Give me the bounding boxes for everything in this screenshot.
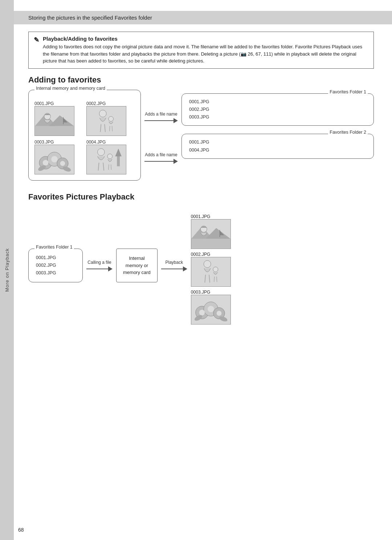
fav-folder-1-label: Favorites Folder 1: [328, 89, 368, 94]
svg-point-43: [213, 267, 218, 272]
playback-thumb-1: [191, 219, 231, 249]
fav-folder-2-label: Favorites Folder 2: [328, 130, 368, 135]
svg-rect-23: [87, 145, 126, 174]
favorites-folder-2: Favorites Folder 2 0001.JPG 0004.JPG: [181, 134, 374, 159]
svg-rect-1: [35, 126, 74, 135]
svg-point-52: [217, 311, 222, 316]
photo-filename: 0001.JPG: [34, 101, 54, 106]
header-title: Storing the pictures in the specified Fa…: [28, 15, 152, 21]
playback-source-label: Favorites Folder 1: [34, 245, 74, 250]
playback-middle-label: Internalmemory ormemory card: [123, 255, 151, 275]
svg-point-11: [109, 116, 114, 121]
photo-filename: 0004.JPG: [86, 140, 106, 145]
list-item: 0003.JPG: [34, 140, 83, 174]
svg-rect-30: [117, 156, 120, 166]
result-filename-1: 0001.JPG: [191, 214, 210, 219]
photo-thumb: [34, 106, 74, 136]
photo-filename: 0002.JPG: [86, 101, 106, 106]
calling-label: Calling a file: [87, 260, 111, 265]
svg-line-44: [214, 277, 215, 282]
arrow-2: [144, 159, 178, 164]
header-banner: Storing the pictures in the specified Fa…: [14, 11, 392, 24]
page-number: 68: [18, 527, 24, 533]
sidebar-label: More on Playback: [4, 248, 10, 292]
playback-thumb-2: [191, 257, 231, 287]
svg-line-29: [111, 164, 111, 170]
list-item: 0001.JPG: [189, 138, 366, 146]
note-icon: ✎: [34, 36, 39, 44]
sidebar: More on Playback: [0, 0, 14, 540]
middle-arrows: Adds a file name Adds a file name: [141, 90, 181, 186]
favorites-folder-1: Favorites Folder 1 0001.JPG 0002.JPG 000…: [181, 93, 374, 126]
playback-thumb-3: [191, 295, 231, 325]
arrow-group-2: Adds a file name: [144, 152, 178, 164]
note-body: Adding to favorites does not copy the or…: [43, 43, 368, 65]
list-item: 0003.JPG: [36, 269, 75, 277]
playback-arrow-1-group: Calling a file: [83, 256, 116, 275]
note-content: Playback/Adding to favorites Adding to f…: [43, 36, 368, 65]
playback-arrow-1: [86, 266, 113, 271]
photo-thumb: [86, 145, 126, 174]
svg-rect-39: [191, 257, 230, 286]
list-item: 0001.JPG: [191, 214, 231, 249]
list-item: 0001.JPG: [189, 98, 366, 106]
playback-source-box: Favorites Folder 1 0001.JPG 0002.JPG 000…: [28, 249, 83, 283]
source-box-label: Internal memory and memory card: [34, 86, 107, 91]
list-item: 0004.JPG: [86, 140, 135, 174]
list-item: 0003.JPG: [191, 290, 231, 325]
list-item: 0002.JPG: [191, 252, 231, 287]
playback-source-files: 0001.JPG 0002.JPG 0003.JPG: [36, 254, 75, 277]
right-folders: Favorites Folder 1 0001.JPG 0002.JPG 000…: [181, 90, 374, 159]
svg-point-40: [204, 261, 211, 268]
photo-thumb: [86, 106, 126, 136]
photo-grid: 0001.JPG: [34, 101, 135, 174]
playback-arrow-2: [161, 266, 187, 271]
arrow-1: [144, 118, 178, 123]
playback-title: Favorites Pictures Playback: [28, 192, 374, 202]
list-item: 0002.JPG: [189, 106, 366, 113]
svg-line-13: [112, 126, 113, 131]
adding-title: Adding to favorites: [28, 75, 374, 85]
result-filename-2: 0002.JPG: [191, 252, 210, 257]
list-item: 0003.JPG: [189, 113, 366, 121]
playback-results: 0001.JPG: [191, 207, 231, 325]
svg-point-24: [98, 148, 105, 156]
photo-filename: 0003.JPG: [34, 140, 54, 145]
list-item: 0001.JPG: [34, 101, 83, 136]
main-content: Storing the pictures in the specified Fa…: [14, 0, 392, 540]
svg-rect-33: [191, 239, 230, 249]
fav-folder-1-files: 0001.JPG 0002.JPG 0003.JPG: [189, 98, 366, 121]
result-filename-3: 0003.JPG: [191, 290, 210, 295]
svg-rect-7: [87, 106, 126, 136]
list-item: 0002.JPG: [36, 262, 75, 269]
list-item: 0004.JPG: [189, 146, 366, 154]
svg-line-28: [109, 164, 109, 170]
svg-point-51: [208, 306, 214, 313]
arrow-label-1: Adds a file name: [145, 112, 177, 117]
playback-middle-box: Internalmemory ormemory card: [116, 249, 158, 282]
svg-point-50: [199, 310, 205, 315]
svg-point-8: [99, 110, 106, 117]
photo-thumb: [34, 145, 74, 174]
fav-folder-2-files: 0001.JPG 0004.JPG: [189, 138, 366, 154]
playback-label: Playback: [166, 260, 183, 265]
note-box: ✎ Playback/Adding to favorites Adding to…: [28, 32, 374, 69]
svg-point-20: [60, 161, 65, 166]
svg-line-45: [217, 277, 217, 282]
svg-point-27: [107, 154, 113, 159]
arrow-label-2: Adds a file name: [145, 152, 177, 157]
note-title: Playback/Adding to favorites: [43, 36, 368, 42]
source-box: Internal memory and memory card 0001.JPG: [28, 90, 141, 181]
list-item: 0002.JPG: [86, 101, 135, 136]
svg-line-12: [110, 126, 110, 131]
playback-arrow-2-group: Playback: [158, 256, 191, 275]
svg-point-18: [43, 160, 49, 165]
arrow-group-1: Adds a file name: [144, 112, 178, 123]
playback-diagram: Favorites Folder 1 0001.JPG 0002.JPG 000…: [28, 207, 374, 325]
adding-diagram: Internal memory and memory card 0001.JPG: [28, 90, 374, 186]
list-item: 0001.JPG: [36, 254, 75, 262]
svg-point-19: [51, 156, 58, 162]
